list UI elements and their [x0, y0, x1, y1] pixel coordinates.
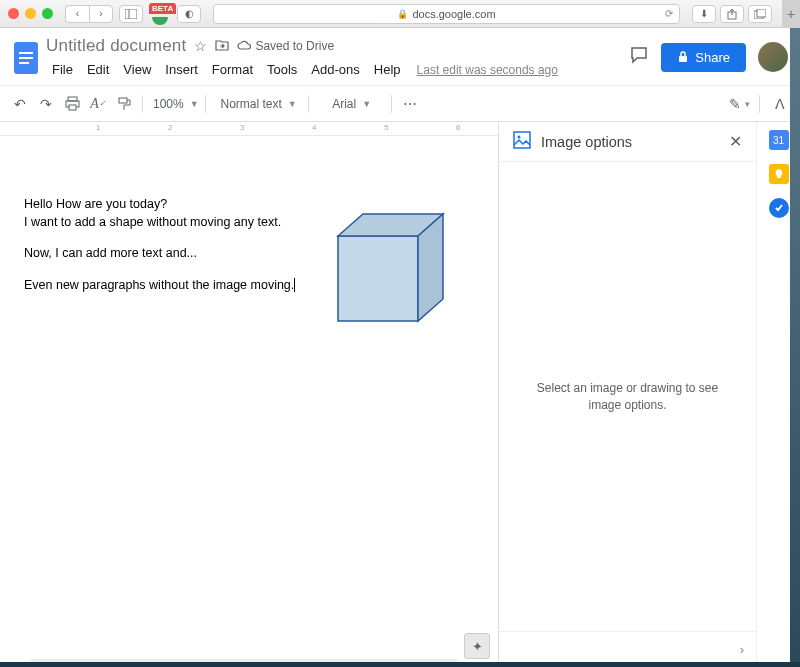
comments-icon[interactable] [629, 45, 649, 70]
browser-toolbar: ‹ › BETA ◐ 🔒 docs.google.com ⟳ ⬇ + [0, 0, 800, 28]
svg-rect-13 [119, 98, 127, 103]
panel-title: Image options [541, 134, 729, 150]
forward-button[interactable]: › [89, 5, 113, 23]
share-sheet-button[interactable] [720, 5, 744, 23]
save-status: Saved to Drive [237, 39, 334, 53]
docs-logo-icon[interactable] [8, 34, 44, 82]
ruler-mark: 6 [456, 123, 460, 132]
ruler-mark: 4 [312, 123, 316, 132]
more-tools-button[interactable]: ⋯ [398, 91, 422, 117]
svg-rect-8 [19, 62, 29, 64]
share-button[interactable]: Share [661, 43, 746, 72]
cloud-icon [237, 39, 251, 53]
svg-rect-4 [757, 9, 766, 17]
header-right: Share [629, 34, 788, 72]
close-window-icon[interactable] [8, 8, 19, 19]
panel-header: Image options ✕ [499, 122, 756, 162]
reload-icon[interactable]: ⟳ [665, 8, 673, 19]
tabs-button[interactable] [748, 5, 772, 23]
svg-rect-17 [514, 132, 530, 148]
panel-empty-message: Select an image or drawing to see image … [519, 380, 736, 414]
save-status-text: Saved to Drive [255, 39, 334, 53]
menu-help[interactable]: Help [368, 60, 407, 79]
style-select[interactable]: Normal text▼ [212, 91, 302, 117]
horizontal-ruler[interactable]: 1 2 3 4 5 6 [0, 122, 498, 136]
image-icon [513, 131, 531, 152]
document-title[interactable]: Untitled document [46, 36, 186, 56]
menu-format[interactable]: Format [206, 60, 259, 79]
extension-icon [152, 17, 168, 25]
menu-insert[interactable]: Insert [159, 60, 204, 79]
svg-rect-9 [679, 56, 687, 62]
menu-addons[interactable]: Add-ons [305, 60, 365, 79]
print-button[interactable] [60, 91, 84, 117]
extension-beta-icon[interactable]: BETA [149, 5, 171, 23]
url-text: docs.google.com [412, 8, 495, 20]
undo-button[interactable]: ↶ [8, 91, 32, 117]
ruler-mark: 3 [240, 123, 244, 132]
text-cursor [294, 278, 295, 292]
ruler-mark: 1 [96, 123, 100, 132]
svg-marker-14 [338, 236, 418, 321]
format-toolbar: ↶ ↷ A✓ 100%▼ Normal text▼ Arial▼ ⋯ ✎▾ ᐱ [0, 86, 800, 122]
inserted-drawing-cube[interactable] [328, 206, 458, 339]
title-area: Untitled document ☆ Saved to Drive File … [44, 34, 629, 79]
menu-edit[interactable]: Edit [81, 60, 115, 79]
font-select[interactable]: Arial▼ [315, 91, 385, 117]
beta-badge: BETA [149, 3, 176, 14]
desktop-background [790, 28, 800, 667]
svg-rect-6 [19, 52, 33, 54]
lock-icon [677, 51, 689, 63]
share-label: Share [695, 50, 730, 65]
redo-button[interactable]: ↷ [34, 91, 58, 117]
ruler-mark: 5 [384, 123, 388, 132]
window-traffic-lights [8, 8, 53, 19]
svg-rect-0 [125, 9, 137, 19]
menu-tools[interactable]: Tools [261, 60, 303, 79]
nav-buttons: ‹ › [65, 5, 113, 23]
menu-bar: File Edit View Insert Format Tools Add-o… [46, 60, 629, 79]
minimize-window-icon[interactable] [25, 8, 36, 19]
paint-format-button[interactable] [112, 91, 136, 117]
svg-rect-12 [69, 105, 76, 110]
close-panel-button[interactable]: ✕ [729, 132, 742, 151]
document-canvas[interactable]: 1 2 3 4 5 6 Hello How are you today? I w… [0, 122, 498, 667]
menu-view[interactable]: View [117, 60, 157, 79]
reader-button[interactable]: ◐ [177, 5, 201, 23]
downloads-button[interactable]: ⬇ [692, 5, 716, 23]
ruler-mark: 2 [168, 123, 172, 132]
explore-button[interactable]: ✦ [464, 633, 490, 659]
image-options-panel: Image options ✕ Select an image or drawi… [498, 122, 756, 667]
sidebar-button[interactable] [119, 5, 143, 23]
zoom-window-icon[interactable] [42, 8, 53, 19]
browser-right-buttons: ⬇ [692, 5, 772, 23]
last-edit-link[interactable]: Last edit was seconds ago [417, 63, 558, 77]
menu-file[interactable]: File [46, 60, 79, 79]
body-row: 1 2 3 4 5 6 Hello How are you today? I w… [0, 122, 800, 667]
move-icon[interactable] [215, 38, 229, 55]
new-tab-button[interactable]: + [782, 0, 800, 28]
star-icon[interactable]: ☆ [194, 38, 207, 54]
panel-body: Select an image or drawing to see image … [499, 162, 756, 631]
tasks-addon-icon[interactable] [769, 198, 789, 218]
keep-addon-icon[interactable] [769, 164, 789, 184]
document-page[interactable]: Hello How are you today? I want to add a… [0, 136, 498, 667]
collapse-toolbar-button[interactable]: ᐱ [768, 91, 792, 117]
svg-rect-10 [68, 97, 77, 101]
svg-rect-7 [19, 57, 33, 59]
url-bar[interactable]: 🔒 docs.google.com ⟳ [213, 4, 680, 24]
account-avatar[interactable] [758, 42, 788, 72]
docs-header: Untitled document ☆ Saved to Drive File … [0, 28, 800, 86]
docs-app: Untitled document ☆ Saved to Drive File … [0, 28, 800, 667]
editing-mode-button[interactable]: ✎▾ [727, 91, 751, 117]
back-button[interactable]: ‹ [65, 5, 89, 23]
lock-icon: 🔒 [397, 9, 408, 19]
calendar-addon-icon[interactable]: 31 [769, 130, 789, 150]
svg-point-18 [518, 136, 521, 139]
zoom-select[interactable]: 100%▼ [149, 91, 199, 117]
spellcheck-button[interactable]: A✓ [86, 91, 110, 117]
desktop-background [0, 662, 800, 667]
chevron-right-icon[interactable]: › [740, 642, 744, 657]
